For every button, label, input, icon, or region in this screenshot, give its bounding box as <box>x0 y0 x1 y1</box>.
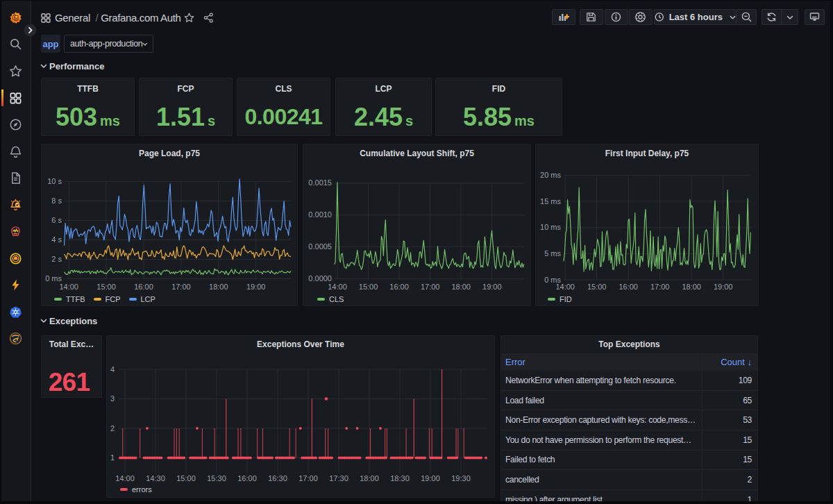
svg-text:14:00: 14:00 <box>115 474 135 482</box>
svg-text:4 s: 4 s <box>51 235 62 244</box>
svg-text:18:00: 18:00 <box>451 283 471 291</box>
svg-text:19:00: 19:00 <box>482 283 502 291</box>
svg-text:16:00: 16:00 <box>237 474 257 482</box>
svg-text:14:00: 14:00 <box>328 283 347 291</box>
svg-text:17:00: 17:00 <box>298 474 318 482</box>
svg-text:14:00: 14:00 <box>555 283 575 291</box>
svg-text:15 ms: 15 ms <box>540 197 561 205</box>
svg-text:15:00: 15:00 <box>587 283 607 291</box>
svg-text:18:30: 18:30 <box>390 474 410 482</box>
svg-text:15:00: 15:00 <box>96 283 116 291</box>
svg-text:2 s: 2 s <box>51 255 62 263</box>
svg-text:14:30: 14:30 <box>146 474 165 482</box>
svg-text:10 s: 10 s <box>47 177 62 185</box>
svg-text:16:00: 16:00 <box>389 283 409 291</box>
svg-text:19:00: 19:00 <box>246 283 266 291</box>
svg-text:0.0015: 0.0015 <box>308 178 332 187</box>
svg-text:16:00: 16:00 <box>619 283 638 291</box>
svg-text:18:00: 18:00 <box>209 283 228 291</box>
svg-text:5 ms: 5 ms <box>544 249 561 258</box>
svg-text:15:00: 15:00 <box>359 283 378 291</box>
svg-text:19:00: 19:00 <box>421 474 440 482</box>
svg-text:4: 4 <box>110 365 115 373</box>
svg-text:18:00: 18:00 <box>682 283 701 291</box>
svg-text:15:30: 15:30 <box>207 474 226 482</box>
svg-text:8 s: 8 s <box>51 196 62 205</box>
svg-text:16:30: 16:30 <box>268 474 287 482</box>
svg-text:6 s: 6 s <box>51 216 62 224</box>
svg-text:19:00: 19:00 <box>714 283 733 291</box>
svg-text:17:30: 17:30 <box>329 474 348 482</box>
svg-text:18:00: 18:00 <box>360 474 379 482</box>
svg-text:10 ms: 10 ms <box>540 223 561 231</box>
svg-text:0.0010: 0.0010 <box>308 210 332 219</box>
svg-text:17:00: 17:00 <box>421 283 440 291</box>
svg-text:0.0005: 0.0005 <box>308 242 332 251</box>
svg-text:0 ms: 0 ms <box>45 274 62 283</box>
svg-text:19:30: 19:30 <box>451 474 471 482</box>
svg-text:1: 1 <box>110 453 115 462</box>
svg-text:16:00: 16:00 <box>134 283 153 291</box>
svg-text:0.0000: 0.0000 <box>308 274 332 283</box>
svg-text:20 ms: 20 ms <box>540 171 561 179</box>
svg-text:17:00: 17:00 <box>171 283 191 291</box>
svg-text:3: 3 <box>110 394 115 403</box>
svg-text:14:00: 14:00 <box>59 283 78 291</box>
svg-text:17:00: 17:00 <box>650 283 670 291</box>
svg-text:15:00: 15:00 <box>176 474 196 482</box>
svg-text:2: 2 <box>110 424 115 432</box>
